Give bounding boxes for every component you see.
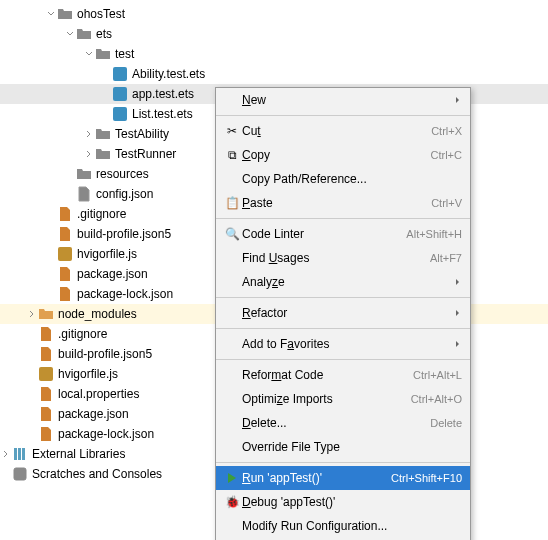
gitignore-file-icon xyxy=(57,206,73,222)
svg-rect-6 xyxy=(18,448,21,460)
tree-label: package-lock.json xyxy=(58,427,154,441)
menu-add-favorites[interactable]: Add to Favorites xyxy=(216,332,470,356)
copy-icon: ⧉ xyxy=(222,148,242,162)
json-file-icon xyxy=(38,426,54,442)
run-icon xyxy=(222,472,242,484)
tree-label: config.json xyxy=(96,187,153,201)
menu-label: Modify Run Configuration... xyxy=(242,519,462,533)
chevron-right-icon[interactable] xyxy=(26,308,38,320)
menu-label: Code Linter xyxy=(242,227,406,241)
menu-debug[interactable]: 🐞Debug 'appTest()' xyxy=(216,490,470,514)
properties-file-icon xyxy=(38,386,54,402)
tree-label: ohosTest xyxy=(77,7,125,21)
tree-label: Ability.test.ets xyxy=(132,67,205,81)
tree-item-ohosTest[interactable]: ohosTest xyxy=(0,4,548,24)
folder-icon xyxy=(76,166,92,182)
menu-copy-path[interactable]: Copy Path/Reference... xyxy=(216,167,470,191)
library-icon xyxy=(12,446,28,462)
json-file-icon xyxy=(57,266,73,282)
chevron-right-icon[interactable] xyxy=(0,448,12,460)
tree-label: hvigorfile.js xyxy=(58,367,118,381)
shortcut: Ctrl+C xyxy=(431,149,462,161)
cut-icon: ✂ xyxy=(222,124,242,138)
tree-label: hvigorfile.js xyxy=(77,247,137,261)
js-file-icon xyxy=(57,246,73,262)
tree-label: local.properties xyxy=(58,387,139,401)
chevron-right-icon xyxy=(454,278,462,286)
chevron-right-icon xyxy=(454,340,462,348)
menu-reformat[interactable]: Reformat CodeCtrl+Alt+L xyxy=(216,363,470,387)
menu-delete[interactable]: Delete...Delete xyxy=(216,411,470,435)
chevron-right-icon[interactable] xyxy=(83,128,95,140)
folder-icon xyxy=(38,306,54,322)
js-file-icon xyxy=(38,366,54,382)
tree-item-ability[interactable]: Ability.test.ets xyxy=(0,64,548,84)
menu-separator xyxy=(216,218,470,219)
shortcut: Ctrl+X xyxy=(431,125,462,137)
chevron-down-icon[interactable] xyxy=(64,28,76,40)
shortcut: Delete xyxy=(430,417,462,429)
json-file-icon xyxy=(57,286,73,302)
menu-label: Copy Path/Reference... xyxy=(242,172,462,186)
tree-label: Scratches and Consoles xyxy=(32,467,162,481)
tree-label: package.json xyxy=(58,407,129,421)
menu-paste[interactable]: 📋PasteCtrl+V xyxy=(216,191,470,215)
folder-icon xyxy=(95,146,111,162)
menu-code-linter[interactable]: 🔍Code LinterAlt+Shift+H xyxy=(216,222,470,246)
menu-run[interactable]: Run 'appTest()'Ctrl+Shift+F10 xyxy=(216,466,470,490)
menu-override-filetype[interactable]: Override File Type xyxy=(216,435,470,459)
debug-icon: 🐞 xyxy=(222,495,242,509)
menu-copy[interactable]: ⧉CopyCtrl+C xyxy=(216,143,470,167)
svg-rect-0 xyxy=(113,67,127,81)
folder-icon xyxy=(95,46,111,62)
tree-label: External Libraries xyxy=(32,447,125,461)
svg-rect-2 xyxy=(113,107,127,121)
ets-file-icon xyxy=(112,106,128,122)
tree-label: resources xyxy=(96,167,149,181)
svg-rect-4 xyxy=(39,367,53,381)
shortcut: Ctrl+V xyxy=(431,197,462,209)
linter-icon: 🔍 xyxy=(222,227,242,241)
menu-new[interactable]: New xyxy=(216,88,470,112)
tree-label: TestRunner xyxy=(115,147,176,161)
shortcut: Ctrl+Alt+O xyxy=(411,393,462,405)
shortcut: Ctrl+Shift+F10 xyxy=(391,472,462,484)
menu-optimize-imports[interactable]: Optimize ImportsCtrl+Alt+O xyxy=(216,387,470,411)
tree-label: .gitignore xyxy=(58,327,107,341)
tree-label: package-lock.json xyxy=(77,287,173,301)
shortcut: Alt+Shift+H xyxy=(406,228,462,240)
menu-separator xyxy=(216,115,470,116)
menu-separator xyxy=(216,328,470,329)
ets-file-icon xyxy=(112,66,128,82)
menu-analyze[interactable]: Analyze xyxy=(216,270,470,294)
menu-modify-run[interactable]: Modify Run Configuration... xyxy=(216,514,470,538)
menu-separator xyxy=(216,359,470,360)
shortcut: Alt+F7 xyxy=(430,252,462,264)
svg-rect-3 xyxy=(58,247,72,261)
shortcut: Ctrl+Alt+L xyxy=(413,369,462,381)
json-file-icon xyxy=(76,186,92,202)
json-file-icon xyxy=(38,406,54,422)
chevron-right-icon xyxy=(454,96,462,104)
svg-rect-1 xyxy=(113,87,127,101)
svg-rect-8 xyxy=(14,468,26,480)
tree-label: .gitignore xyxy=(77,207,126,221)
gitignore-file-icon xyxy=(38,326,54,342)
svg-rect-5 xyxy=(14,448,17,460)
chevron-right-icon xyxy=(454,309,462,317)
tree-label: test xyxy=(115,47,134,61)
menu-label: Override File Type xyxy=(242,440,462,454)
chevron-down-icon[interactable] xyxy=(83,48,95,60)
chevron-down-icon[interactable] xyxy=(45,8,57,20)
menu-separator xyxy=(216,297,470,298)
json5-file-icon xyxy=(57,226,73,242)
menu-cut[interactable]: ✂CutCtrl+X xyxy=(216,119,470,143)
menu-find-usages[interactable]: Find UsagesAlt+F7 xyxy=(216,246,470,270)
menu-refactor[interactable]: Refactor xyxy=(216,301,470,325)
menu-separator xyxy=(216,462,470,463)
svg-rect-7 xyxy=(22,448,25,460)
chevron-right-icon[interactable] xyxy=(83,148,95,160)
tree-item-ets[interactable]: ets xyxy=(0,24,548,44)
tree-item-test[interactable]: test xyxy=(0,44,548,64)
tree-label: build-profile.json5 xyxy=(58,347,152,361)
